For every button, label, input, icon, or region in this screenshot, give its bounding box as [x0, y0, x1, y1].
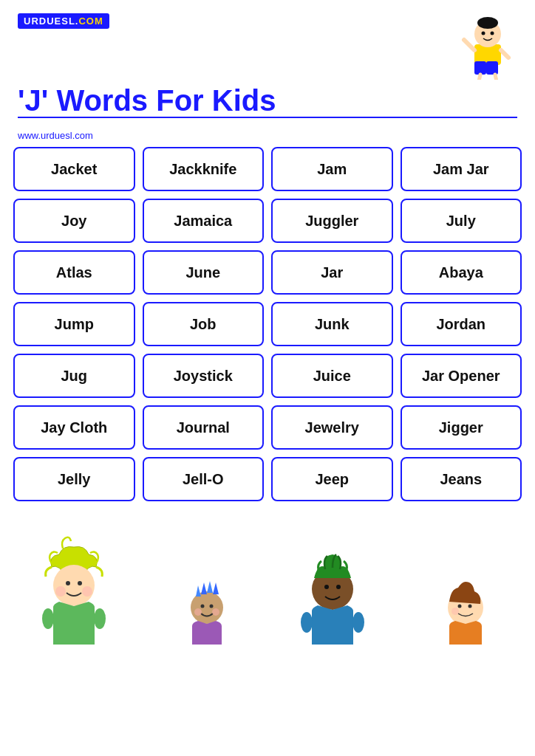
- svg-point-15: [82, 586, 92, 597]
- word-card-25: Jell-O: [143, 457, 265, 501]
- svg-point-17: [78, 581, 82, 585]
- word-card-11: Abaya: [401, 250, 522, 295]
- svg-point-26: [210, 605, 214, 608]
- words-grid: JacketJackknifeJamJam JarJoyJamaicaJuggl…: [0, 147, 535, 501]
- word-card-12: Jump: [13, 302, 135, 346]
- word-card-9: June: [143, 250, 265, 295]
- svg-point-37: [451, 608, 459, 615]
- page-header: URDUESL.COM: [0, 0, 535, 80]
- svg-marker-24: [213, 583, 219, 594]
- svg-point-14: [55, 586, 66, 597]
- word-card-13: Job: [143, 302, 265, 346]
- svg-point-16: [66, 581, 70, 585]
- svg-point-33: [352, 612, 364, 633]
- word-card-19: Jar Opener: [401, 354, 522, 398]
- svg-line-10: [495, 75, 497, 80]
- svg-line-8: [501, 50, 508, 58]
- word-card-16: Jug: [13, 354, 135, 398]
- svg-point-20: [191, 591, 223, 624]
- svg-point-4: [477, 17, 498, 29]
- svg-point-5: [482, 32, 485, 35]
- svg-line-9: [479, 75, 480, 80]
- word-card-4: Joy: [13, 199, 135, 243]
- word-card-2: Jam: [271, 147, 393, 191]
- word-card-17: Joystick: [143, 354, 265, 398]
- svg-marker-23: [207, 581, 213, 593]
- word-card-15: Jordan: [401, 302, 522, 346]
- word-card-24: Jelly: [13, 457, 135, 501]
- svg-point-18: [42, 608, 54, 629]
- svg-point-27: [194, 608, 202, 616]
- svg-point-19: [94, 608, 106, 629]
- word-card-21: Journal: [143, 405, 265, 450]
- svg-point-13: [53, 565, 95, 606]
- word-card-10: Jar: [271, 250, 393, 295]
- footer-illustration: [0, 512, 535, 645]
- word-card-20: Jay Cloth: [13, 405, 135, 450]
- svg-point-28: [212, 608, 219, 616]
- logo-area: URDUESL.COM: [18, 13, 109, 30]
- logo-badge: URDUESL.COM: [18, 13, 109, 29]
- svg-point-31: [336, 585, 341, 589]
- svg-point-6: [491, 32, 494, 35]
- word-card-18: Juice: [271, 354, 393, 398]
- word-card-1: Jackknife: [143, 147, 265, 191]
- word-card-5: Jamaica: [143, 199, 265, 243]
- svg-line-7: [464, 40, 474, 50]
- word-card-0: Jacket: [13, 147, 135, 191]
- word-card-7: July: [401, 199, 522, 243]
- svg-marker-21: [196, 585, 201, 597]
- svg-rect-2: [486, 61, 498, 75]
- svg-point-32: [301, 612, 313, 633]
- word-card-3: Jam Jar: [401, 147, 522, 191]
- svg-point-25: [201, 605, 205, 608]
- logo-com: COM: [78, 16, 103, 27]
- svg-point-36: [468, 605, 472, 608]
- kid-illustration: [458, 13, 517, 80]
- website-url: www.urduesl.com: [0, 127, 535, 147]
- page-title: 'J' Words For Kids: [0, 84, 535, 117]
- word-card-27: Jeans: [401, 457, 522, 501]
- svg-rect-1: [474, 61, 486, 75]
- word-card-26: Jeep: [271, 457, 393, 501]
- word-card-22: Jewelry: [271, 405, 393, 450]
- word-card-6: Juggler: [271, 199, 393, 243]
- svg-point-35: [458, 605, 462, 608]
- svg-point-30: [324, 585, 329, 589]
- word-card-8: Atlas: [13, 250, 135, 295]
- word-card-23: Jigger: [401, 405, 522, 450]
- logo-brand: URDUESL: [24, 16, 75, 27]
- svg-marker-22: [201, 583, 207, 594]
- word-card-14: Junk: [271, 302, 393, 346]
- title-divider: [18, 117, 517, 118]
